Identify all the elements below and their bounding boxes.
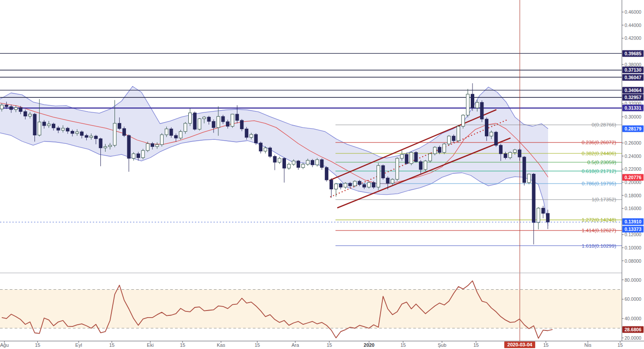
candle-body-down bbox=[405, 154, 408, 164]
candle-body-up bbox=[367, 183, 370, 187]
candle-body-up bbox=[447, 136, 450, 144]
time-axis-label: 15 bbox=[327, 342, 332, 348]
candle-body-up bbox=[146, 144, 149, 151]
price-axis-tick: 0.22000 bbox=[625, 166, 641, 172]
candle-body-up bbox=[113, 123, 116, 146]
chart-canvas[interactable]: 0(0.28766)0.236(0.26072)0.382(0.24406)0.… bbox=[0, 0, 644, 349]
candle-body-down bbox=[137, 154, 140, 158]
candle-body-up bbox=[537, 208, 540, 222]
time-axis-label: 15 bbox=[473, 342, 479, 348]
candle-body-up bbox=[344, 183, 347, 187]
candle-body-down bbox=[499, 145, 502, 153]
candle-body-down bbox=[95, 136, 98, 139]
price-axis-badge: 0.13910 bbox=[622, 219, 644, 225]
candle-body-up bbox=[396, 158, 399, 179]
candle-body-up bbox=[443, 144, 446, 152]
price-axis-tick: 0.46000 bbox=[625, 9, 641, 15]
rsi-neutral-band bbox=[0, 290, 622, 329]
candle-body-up bbox=[61, 128, 65, 130]
fib-level-label: 1(0.17352) bbox=[591, 197, 616, 202]
price-axis-badge: 0.37130 bbox=[622, 67, 644, 73]
fib-level-label: 1.414(0.12627) bbox=[582, 228, 616, 233]
candle-body-up bbox=[400, 154, 404, 158]
candle-body-down bbox=[170, 129, 173, 135]
candle-body-down bbox=[381, 165, 385, 178]
candle-body-down bbox=[52, 124, 55, 128]
fib-level-label: 0.618(0.21712) bbox=[582, 169, 616, 174]
fib-level-label: 1.272(0.14248) bbox=[582, 217, 616, 222]
candle-body-up bbox=[301, 164, 305, 167]
candle-body-up bbox=[156, 145, 159, 146]
candle-body-down bbox=[66, 128, 69, 131]
price-axis[interactable]: 0.460000.440000.420000.380000.320000.300… bbox=[622, 0, 644, 341]
trading-chart: 0(0.28766)0.236(0.26072)0.382(0.24406)0.… bbox=[0, 0, 644, 349]
time-axis-label: 15 bbox=[35, 342, 40, 348]
price-axis-badge: 0.32957 bbox=[622, 94, 644, 101]
candle-body-down bbox=[151, 144, 154, 147]
candle-body-down bbox=[518, 150, 521, 157]
candle-body-down bbox=[523, 157, 526, 183]
rsi-value-badge: 28.6806 bbox=[622, 326, 644, 333]
time-axis-label: 15 bbox=[543, 342, 549, 348]
time-axis-label: Eyl bbox=[75, 342, 82, 348]
candle-body-down bbox=[193, 113, 196, 129]
candle-body-down bbox=[5, 105, 8, 107]
candle-body-up bbox=[250, 134, 253, 138]
price-axis-tick: 0.12000 bbox=[625, 232, 641, 237]
candle-body-up bbox=[104, 146, 107, 148]
candle-body-down bbox=[19, 107, 22, 111]
candle-body-down bbox=[546, 213, 549, 222]
candle-body-up bbox=[264, 148, 267, 151]
candle-body-down bbox=[71, 131, 74, 134]
price-axis-tick: 0.42000 bbox=[625, 35, 641, 41]
candle-body-down bbox=[85, 135, 88, 137]
time-axis-label: 15 bbox=[109, 342, 114, 348]
candle-body-up bbox=[141, 150, 145, 157]
fib-level-label: 0.786(0.19795) bbox=[582, 181, 616, 186]
rsi-axis-tick: 60.0000 bbox=[625, 296, 641, 302]
rsi-axis-tick: 20.0000 bbox=[625, 335, 641, 341]
candle-body-down bbox=[349, 183, 352, 186]
candle-body-up bbox=[184, 123, 187, 132]
event-date-badge: 2020-03-04 bbox=[504, 341, 535, 348]
candle-body-up bbox=[457, 126, 460, 141]
candle-body-up bbox=[490, 132, 493, 136]
price-axis-tick: 0.24000 bbox=[625, 153, 641, 159]
candle-body-up bbox=[202, 117, 206, 119]
time-axis-label: Nis bbox=[584, 342, 591, 348]
time-axis[interactable]: Ağu15Eyl15Eki15Kas15Ara15202015Şub1515Ni… bbox=[0, 341, 644, 349]
candle-body-down bbox=[415, 153, 418, 162]
candle-body-down bbox=[42, 122, 46, 126]
candle-body-up bbox=[461, 115, 465, 126]
candle-body-down bbox=[452, 136, 455, 141]
time-axis-label: 15 bbox=[400, 342, 406, 348]
candle-body-up bbox=[527, 174, 530, 183]
candle-body-down bbox=[245, 129, 248, 137]
candle-body-down bbox=[339, 184, 342, 187]
candle-body-up bbox=[433, 147, 436, 154]
candle-body-down bbox=[320, 160, 324, 168]
price-axis-badge: 0.20776 bbox=[622, 174, 644, 180]
price-axis-tick: 0.38000 bbox=[625, 62, 641, 67]
candle-body-down bbox=[273, 157, 276, 162]
candle-body-down bbox=[495, 132, 498, 146]
candle-body-up bbox=[509, 153, 512, 158]
candle-body-up bbox=[165, 129, 168, 134]
candle-body-down bbox=[24, 111, 27, 116]
fib-level-label: 0.5(0.23059) bbox=[587, 160, 616, 165]
time-axis-label: 15 bbox=[180, 342, 185, 348]
candle-body-up bbox=[231, 114, 234, 126]
rsi-axis-tick: 80.0000 bbox=[625, 277, 641, 283]
candle-body-up bbox=[391, 179, 394, 183]
candle-body-down bbox=[118, 123, 121, 129]
rsi-axis-tick: 40.0000 bbox=[625, 316, 641, 321]
candle-body-down bbox=[297, 161, 300, 168]
price-axis-tick: 0.16000 bbox=[625, 206, 641, 211]
time-axis-label: Kas bbox=[217, 342, 225, 348]
candle-body-up bbox=[47, 124, 50, 126]
candle-body-up bbox=[287, 164, 290, 168]
time-axis-label: 15 bbox=[255, 342, 260, 348]
candle-body-up bbox=[513, 150, 516, 153]
time-axis-label: Şub bbox=[438, 342, 446, 348]
candle-body-down bbox=[269, 148, 272, 156]
